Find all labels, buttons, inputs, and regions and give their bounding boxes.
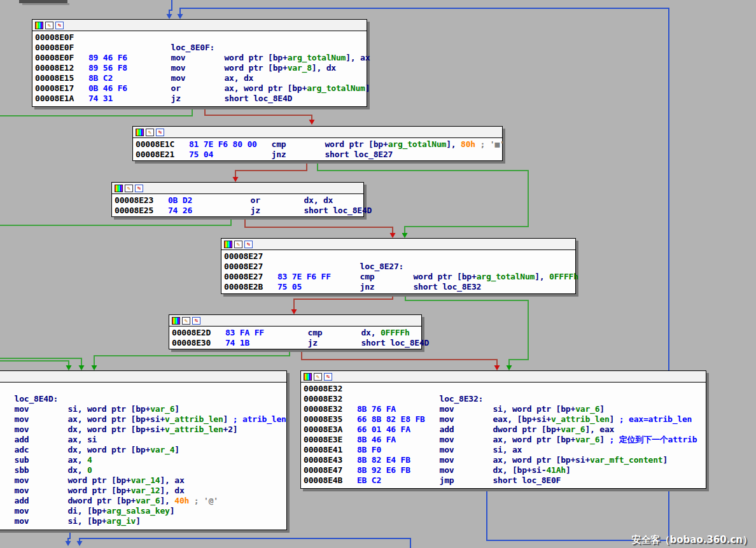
instruction-row [0,384,286,394]
instruction-row: 00008E25 74 26 jz short loc_8E4D [115,206,363,216]
color-icon[interactable] [224,241,232,248]
edge-8E21-fallthrough [235,161,307,178]
block-titlebar[interactable]: ✎↹ [133,127,502,138]
group-icon[interactable]: ↹ [135,185,143,192]
instruction-row: 00008E17 0B 46 F6 or ax, word ptr [bp+ar… [35,83,367,94]
instruction-row: 00008E23 0B D2 or dx, dx [115,195,363,206]
block-8E2D[interactable]: ✎↹00008E2D 83 FA FF cmp dx, 0FFFFh00008E… [169,314,422,349]
edit-icon[interactable]: ✎ [314,373,322,381]
edge-into-8E4D-2 [0,361,69,366]
block-8E1C[interactable]: ✎↹00008E1C 81 7E F6 80 00 cmp word ptr [… [132,126,503,161]
instruction-row: loc_8E4D: [0,394,286,404]
edge-8E2B-fallthrough-arrowhead [291,309,297,314]
edge-8E1A-fallthrough [205,107,312,120]
instruction-row: 00008E27 loc_8E27: [224,262,575,272]
color-icon[interactable] [136,129,144,136]
edge-jz-8E25-taken-left [0,217,231,225]
edit-icon[interactable]: ✎ [125,185,133,192]
edge-8E30-fallthrough-arrowhead [494,365,500,370]
edge-into-8E4D-1 [0,358,81,366]
instruction-row: mov dx, word ptr [bp+si+v_attrib_len+2] [0,425,286,435]
block-body: 00008E1C 81 7E F6 80 00 cmp word ptr [bp… [133,138,502,160]
color-icon[interactable] [115,185,123,192]
color-icon[interactable] [304,373,312,381]
instruction-row: mov si, word ptr [bp+var_6] [0,404,286,414]
block-titlebar[interactable]: ✎↹ [301,371,706,383]
block-body: 00008E0F00008E0F loc_8E0F:00008E0F 89 46… [32,31,367,104]
edge-8E21-fallthrough-arrowhead [233,177,239,182]
group-icon[interactable]: ↹ [156,129,164,136]
block-titlebar[interactable]: ✎↹ [169,315,421,327]
instruction-row: 00008E1A 74 31 jz short loc_8E4D [35,94,367,104]
edge-entry-top [169,0,172,15]
block-8E23[interactable]: ✎↹00008E23 0B D2 or dx, dx00008E25 74 26… [111,182,364,217]
instruction-row: add ax, si [0,435,286,445]
edit-icon[interactable]: ✎ [146,129,154,136]
group-icon[interactable]: ↹ [244,241,253,248]
block-titlebar[interactable]: ✎↹ [32,20,367,31]
color-icon[interactable] [172,317,180,325]
block-body: 00008E2700008E27 loc_8E27:00008E27 83 7E… [221,250,575,292]
instruction-row: mov ax, word ptr [bp+si+v_attrib_len] ; … [0,414,286,425]
block-body: 00008E23 0B D2 or dx, dx00008E25 74 26 j… [112,194,363,216]
edit-icon[interactable]: ✎ [45,22,53,29]
instruction-row: 00008E32 8B 76 FA mov si, word ptr [bp+v… [304,404,706,414]
instruction-row: 00008E3E 8B 46 FA mov ax, word ptr [bp+v… [304,435,706,445]
edge-entry-top-arrowhead [167,14,172,19]
edge-jz-8E30-taken [94,349,290,366]
block-titlebar[interactable]: ✎↹ [0,371,286,383]
edge-jnz-8E2B-taken-arrowhead [507,365,512,370]
instruction-row: 00008E4B EB C2 jmp short loc_8E0F [304,475,706,486]
edge-8E4D-exit-bottom [68,530,70,542]
edge-offscreen-bottom [80,538,410,548]
instruction-row: mov si, [bp+arg_iv] [0,516,286,526]
instruction-row: 00008E43 8B 82 E4 FB mov ax, word ptr [b… [304,455,706,465]
instruction-row: 00008E27 83 7E F6 FF cmp word ptr [bp+ar… [224,272,575,282]
edit-icon[interactable]: ✎ [182,317,190,325]
instruction-row: 00008E21 75 04 jnz short loc_8E27 [136,150,502,160]
instruction-row: sbb dx, 0 [0,465,286,475]
instruction-row: 00008E47 8B 92 E6 FB mov dx, [bp+si-41Ah… [304,465,706,475]
block-loc_8E0F[interactable]: ✎↹00008E0F00008E0F loc_8E0F:00008E0F 89 … [32,19,367,107]
edge-jnz-8E2B-taken [405,293,528,366]
graph-canvas[interactable]: ✎↹00008E0F00008E0F loc_8E0F:00008E0F 89 … [0,0,756,548]
edge-jnz-8E21-taken-arrowhead [402,233,408,238]
block-titlebar[interactable]: ✎↹ [221,239,575,250]
instruction-row: 00008E32 [304,384,706,394]
instruction-row: 00008E1C 81 7E F6 80 00 cmp word ptr [bp… [136,139,502,150]
instruction-row: 00008E3A 66 01 46 FA add dword ptr [bp+v… [304,425,706,435]
offscreen-block-edge [22,3,69,5]
instruction-row: add dword ptr [bp+var_6], 40h ; '@' [0,496,286,506]
block-titlebar[interactable]: ✎↹ [112,183,363,194]
instruction-row: 00008E30 74 1B jz short loc_8E4D [172,338,421,348]
edge-8E2B-fallthrough [294,293,393,310]
instruction-row: 00008E0F loc_8E0F: [35,43,367,53]
edge-jmp-8E4B-to-8E0F-arrowhead [178,14,183,19]
group-icon[interactable]: ↹ [192,317,200,325]
instruction-row: 00008E35 66 8B 82 E8 FB mov eax, [bp+si+… [304,414,706,425]
instruction-row: 00008E2B 75 05 jnz short loc_8E32 [224,282,575,292]
instruction-row: 00008E15 8B C2 mov ax, dx [35,73,367,83]
edge-into-8E4D-1-arrowhead [79,365,85,370]
edge-8E4D-exit-bottom-arrowhead [66,541,71,546]
block-loc_8E4D[interactable]: ✎↹ loc_8E4D: mov si, word ptr [bp+var_6]… [0,370,287,530]
group-icon[interactable]: ↹ [55,22,64,29]
edge-8E25-fallthrough-arrowhead [390,233,396,238]
group-icon[interactable]: ↹ [324,373,332,381]
block-loc_8E32[interactable]: ✎↹00008E3200008E32 loc_8E32:00008E32 8B … [300,370,706,489]
color-icon[interactable] [35,22,43,29]
block-loc_8E27[interactable]: ✎↹00008E2700008E27 loc_8E27:00008E27 83 … [221,238,576,294]
edge-jz-8E1A-taken-left [0,107,192,116]
edge-offscreen-bottom-arrowhead [77,541,83,546]
block-body: loc_8E4D: mov si, word ptr [bp+var_6] mo… [0,383,286,526]
block-body: 00008E2D 83 FA FF cmp dx, 0FFFFh00008E30… [169,327,421,348]
edge-8E30-fallthrough [302,349,497,366]
edit-icon[interactable]: ✎ [234,241,242,248]
instruction-row: adc dx, word ptr [bp+var_4] [0,445,286,455]
instruction-row: 00008E12 89 56 F8 mov word ptr [bp+var_8… [35,63,367,73]
instruction-row: 00008E41 8B F0 mov si, ax [304,445,706,455]
instruction-row: 00008E0F 89 46 F6 mov word ptr [bp+arg_t… [35,53,367,63]
watermark: 安全客（bobao.360.cn） [632,534,753,546]
edge-8E25-fallthrough [245,217,393,234]
instruction-row: 00008E32 loc_8E32: [304,394,706,404]
